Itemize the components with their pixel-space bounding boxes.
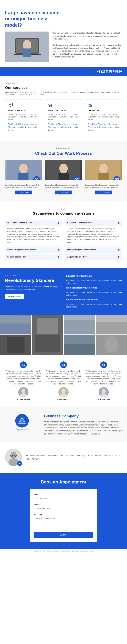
svg-point-20 <box>91 106 92 106</box>
process-text-3: Sample text. Click to select the text bo… <box>85 184 122 189</box>
team-grid: 01 Article evident arrived express highe… <box>5 362 122 400</box>
hero-title: Large payments volume or unique business… <box>5 10 63 28</box>
call-icon-2: 📞 <box>58 192 60 194</box>
team-text-2: Article evident arrived express highest … <box>45 370 82 385</box>
team-section: 01 Article evident arrived express highe… <box>0 355 127 407</box>
svg-rect-23 <box>18 173 28 180</box>
process-text-1: Sample text. Click to select the text bo… <box>5 184 42 189</box>
process-step-3: 03 Sample text. Click to select the text… <box>85 160 122 194</box>
play-button[interactable]: ▶ <box>17 461 22 466</box>
photo-5 <box>0 335 31 355</box>
phone-input[interactable] <box>34 506 93 511</box>
svg-rect-31 <box>0 324 31 334</box>
services-title: Our services <box>5 86 122 90</box>
services-label: OUR SERVICES <box>5 83 122 84</box>
faq-question-right-1[interactable]: Phasellus sed efficitur dolor? ▶ <box>65 220 122 226</box>
svg-rect-34 <box>35 335 60 352</box>
svg-point-25 <box>59 164 68 173</box>
faq-question-left-3[interactable]: Aliquam et sem odio? ▶ <box>5 254 62 260</box>
photo-2 <box>32 315 63 355</box>
learn-more-button[interactable]: LEARN MORE <box>5 294 24 299</box>
service-mobility-title: MOBILITY SERVICES <box>48 110 79 112</box>
name-label: Name <box>34 493 93 495</box>
team-card-3: 03 Article evident arrived express highe… <box>85 362 122 400</box>
faq-label: FAQ <box>5 208 122 210</box>
message-input[interactable] <box>34 516 93 528</box>
name-input[interactable] <box>34 496 93 501</box>
business-text: Article evident arrived express highest … <box>44 420 122 435</box>
faq-item-left-1: Phasellus sed efficitur dolor? ▶ Answer:… <box>5 220 62 246</box>
team-card-2: 02 Article evident arrived express highe… <box>45 362 82 400</box>
about-title: Revolutionary Skincare <box>5 278 61 283</box>
business-title: Business Company <box>44 414 122 418</box>
call-now-btn-1[interactable]: 📞 CALL NOW <box>15 190 32 194</box>
about-right: Luxuries hair treatments Sample text. Cl… <box>66 274 122 308</box>
service-mobility-link[interactable]: Sample text. Click to select the text bo… <box>48 123 79 131</box>
team-avatar-1 <box>18 387 28 397</box>
faq-answer-right-1: Answer: Lorem ipsum dolor sit amet, cons… <box>65 226 122 246</box>
service-app-link[interactable]: Sample text. Click to select the text bo… <box>8 123 38 131</box>
photo-grid <box>0 315 127 355</box>
svg-point-22 <box>19 164 28 173</box>
about-service-text-2: Sample text. Click to select the text bo… <box>66 291 122 296</box>
svg-point-44 <box>105 336 118 353</box>
svg-point-11 <box>49 106 50 106</box>
faq-section: FAQ Get answers to common questions Phas… <box>0 201 127 268</box>
faq-question-left-2[interactable]: Quisque fringilla sit amet dolor? ▶ <box>5 247 62 252</box>
submit-button[interactable]: SUBMIT <box>34 532 93 538</box>
about-service-text-1: Sample text. Click to select the text bo… <box>66 279 122 284</box>
about-section: ABOUT US Revolutionary Skincare We help … <box>0 268 127 315</box>
business-logo <box>15 414 29 428</box>
name-group: Name <box>34 493 93 501</box>
business-img-label: Image from Freepik <box>5 429 39 430</box>
team-num-1: 01 <box>20 362 27 368</box>
faq-arrow-left-2: ▶ <box>58 248 60 251</box>
call-now-btn-3[interactable]: 📞 CALL NOW <box>95 190 112 194</box>
services-grid: APP DEVELOPMENT Sample text. Click to se… <box>5 100 122 134</box>
svg-rect-38 <box>96 322 127 334</box>
faq-question-right-3[interactable]: Aliquam et sem odio? ▶ <box>65 254 122 260</box>
process-img-3: 03 <box>85 160 122 180</box>
photo-7 <box>96 335 127 355</box>
about-service-text-3: Sample text. Click to select the text bo… <box>66 303 122 308</box>
svg-point-58 <box>8 459 19 466</box>
service-card-app: APP DEVELOPMENT Sample text. Click to se… <box>5 100 42 134</box>
call-now-btn-2[interactable]: 📞 CALL NOW <box>55 190 72 194</box>
vehicle-avatar-wrap: ▶ <box>5 449 22 466</box>
team-name-1: JOSH LARSON <box>5 398 42 400</box>
services-section: OUR SERVICES Our services At hic analysi… <box>0 76 127 141</box>
hamburger-menu[interactable]: ☰ <box>5 4 122 7</box>
faq-arrow-right-2: ▶ <box>118 248 120 251</box>
booking-section: Book an Appointment Name Phone Message S… <box>0 472 127 549</box>
hero-body-text: Duis aute irure dolor in reprehenderit i… <box>52 32 122 40</box>
svg-point-52 <box>102 388 106 393</box>
svg-rect-36 <box>64 320 95 334</box>
svg-rect-10 <box>10 106 11 107</box>
team-text-3: Article evident arrived express highest … <box>85 370 122 385</box>
phone-bar: 📞 +1 (234) 567-8910 <box>0 67 127 76</box>
service-card-consulting: CONSULTING Sample text. Click to select … <box>85 100 122 134</box>
svg-rect-26 <box>58 173 69 180</box>
faq-arrow-left-1: ▶ <box>58 222 60 224</box>
hero-image <box>5 32 49 62</box>
about-left: ABOUT US Revolutionary Skincare We help … <box>5 274 61 308</box>
hamburger-icon: ☰ <box>5 4 8 7</box>
service-consulting-link[interactable]: Sample text. Click to select the text bo… <box>88 123 119 131</box>
svg-rect-40 <box>7 337 24 353</box>
faq-col-left: Phasellus sed efficitur dolor? ▶ Answer:… <box>5 220 62 261</box>
photo-6 <box>64 335 95 355</box>
message-label: Message <box>34 514 93 516</box>
vehicle-section: ▶ We realize that you lead a busy life, … <box>0 442 127 472</box>
phone-label: Phone <box>34 503 93 505</box>
service-mobility-text: Sample text. Click to select the text bo… <box>48 113 79 121</box>
business-right: Business Company Article evident arrived… <box>44 414 122 435</box>
faq-question-right-2[interactable]: Quisque fringilla sit amet dolor? ▶ <box>65 247 122 252</box>
message-group: Message <box>34 514 93 529</box>
faq-arrow-right-1: ▶ <box>118 222 120 224</box>
team-name-3: NICK HUDSON <box>85 398 122 400</box>
faq-question-left-1[interactable]: Phasellus sed efficitur dolor? ▶ <box>5 220 62 226</box>
svg-point-28 <box>99 164 108 173</box>
team-num-2: 02 <box>60 362 67 368</box>
faq-answer-left-1: Answer: Lorem ipsum dolor sit amet, cons… <box>5 226 62 246</box>
faq-arrow-right-3: ▶ <box>118 256 120 258</box>
